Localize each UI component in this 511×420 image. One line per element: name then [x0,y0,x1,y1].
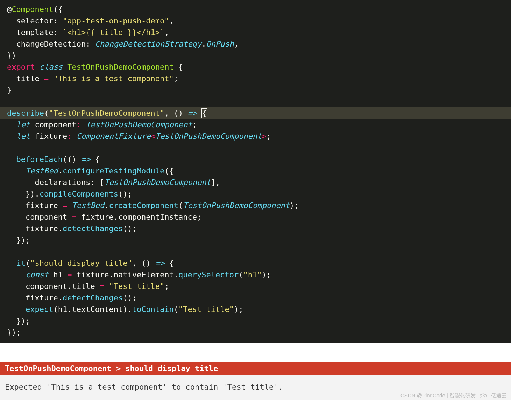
code-token: { [174,63,183,71]
code-editor[interactable]: @Component({ selector: "app-test-on-push… [0,0,511,343]
code-line[interactable]: component = fixture.componentInstance; [0,211,511,223]
cloud-icon [479,393,488,399]
code-token: = [100,282,104,291]
code-token: template: [7,28,63,37]
code-token: it [16,259,26,268]
code-token: `<h1>{{ title }}</h1>` [63,28,164,37]
code-line[interactable]: } [0,84,511,96]
code-token: (); [123,293,137,302]
code-token [63,63,67,71]
code-token: fixture [30,132,67,141]
code-line[interactable]: changeDetection: ChangeDetectionStrategy… [0,38,511,50]
code-line[interactable]: let fixture: ComponentFixture<TestOnPush… [0,130,511,142]
code-token: => [188,109,197,118]
code-line[interactable]: export class TestOnPushDemoComponent { [0,61,511,73]
code-line[interactable]: fixture = TestBed.createComponent(TestOn… [0,200,511,211]
code-token: (() [63,155,81,164]
code-token [49,74,53,83]
code-token: fixture [7,201,63,210]
code-token: ], [211,178,220,187]
code-line[interactable]: @Component({ [0,3,511,15]
test-fail-message-text: Expected 'This is a test component' to c… [5,383,283,391]
code-token: fixture. [7,293,63,302]
code-token: let [16,120,30,129]
code-token: TestOnPushDemoComponent [155,132,262,141]
test-fail-header: TestOnPushDemoComponent > should display… [0,362,511,375]
code-token: h1 [49,270,67,279]
code-line[interactable] [0,246,511,257]
code-token: beforeEach [16,155,63,164]
code-token: . [201,40,206,48]
code-token: fixture.componentInstance; [77,213,202,221]
code-token: , () [164,109,187,118]
code-token: export [7,63,35,71]
code-token: @ [7,5,12,14]
code-line[interactable]: describe("TestOnPushDemoComponent", () =… [0,107,511,119]
code-token: component.title [7,282,100,291]
code-line[interactable]: fixture.detectChanges(); [0,223,511,234]
code-line[interactable]: const h1 = fixture.nativeElement.querySe… [0,269,511,280]
code-token: . [104,201,109,210]
code-token: }). [7,190,40,198]
code-token: ( [178,201,183,210]
code-token [104,282,109,291]
test-report: TestOnPushDemoComponent > should display… [0,362,511,400]
code-token: (h1.textContent). [53,305,132,314]
code-token: }); [7,328,21,337]
code-line[interactable]: component.title = "Test title"; [0,280,511,292]
code-token: "h1" [243,270,262,279]
code-token: "Test title" [178,305,234,314]
code-token: title [7,74,44,83]
code-line[interactable]: template: `<h1>{{ title }}</h1>`, [0,27,511,38]
code-token [7,120,16,129]
watermark-right: 亿速云 [491,392,507,399]
code-token: describe [7,109,44,118]
code-line[interactable]: title = "This is a test component"; [0,73,511,84]
code-token: changeDetection: [7,40,95,48]
code-token: => [81,155,91,164]
code-token: = [67,270,72,279]
code-token: { [164,259,174,268]
code-token: selector: [7,16,63,25]
code-token: fixture.nativeElement. [72,270,178,279]
code-token: }) [7,51,16,60]
code-token: , () [132,259,155,268]
code-token: : [77,120,86,129]
code-token: component [7,213,72,221]
code-line[interactable]: }).compileComponents(); [0,188,511,200]
code-line[interactable]: selector: "app-test-on-push-demo", [0,15,511,27]
code-token [7,143,12,152]
code-token: configureTestingModule [63,166,164,175]
code-token: , [164,28,169,37]
code-token: ; [192,120,197,129]
code-token: ); [262,270,271,279]
code-line[interactable]: }); [0,327,511,338]
code-token: TestBed [72,201,104,210]
code-line[interactable]: TestBed.configureTestingModule({ [0,165,511,177]
code-line[interactable]: fixture.detectChanges(); [0,292,511,304]
code-token: TestBed [26,166,58,175]
code-token: declarations: [ [7,178,104,187]
code-line[interactable]: it("should display title", () => { [0,257,511,269]
code-line[interactable]: let component: TestOnPushDemoComponent; [0,119,511,130]
code-line[interactable]: declarations: [TestOnPushDemoComponent], [0,177,511,188]
code-line[interactable]: }) [0,50,511,61]
code-token: ({ [164,166,174,175]
code-token: let [16,132,30,141]
code-token [7,97,12,106]
code-token: component [30,120,76,129]
code-line[interactable]: beforeEach(() => { [0,154,511,165]
code-line[interactable] [0,142,511,154]
code-token: < [151,132,155,141]
code-token [7,270,26,279]
code-token: detectChanges [63,224,123,233]
code-line[interactable]: expect(h1.textContent).toContain("Test t… [0,304,511,315]
code-line[interactable]: }); [0,315,511,327]
code-token [197,109,201,118]
code-token: = [63,201,67,210]
code-line[interactable]: }); [0,234,511,246]
code-token: ComponentFixture [77,132,151,141]
watermark-left: CSDN @PingCode | 智能化研发 [400,392,476,399]
code-line[interactable] [0,96,511,107]
code-token: }); [7,236,30,244]
